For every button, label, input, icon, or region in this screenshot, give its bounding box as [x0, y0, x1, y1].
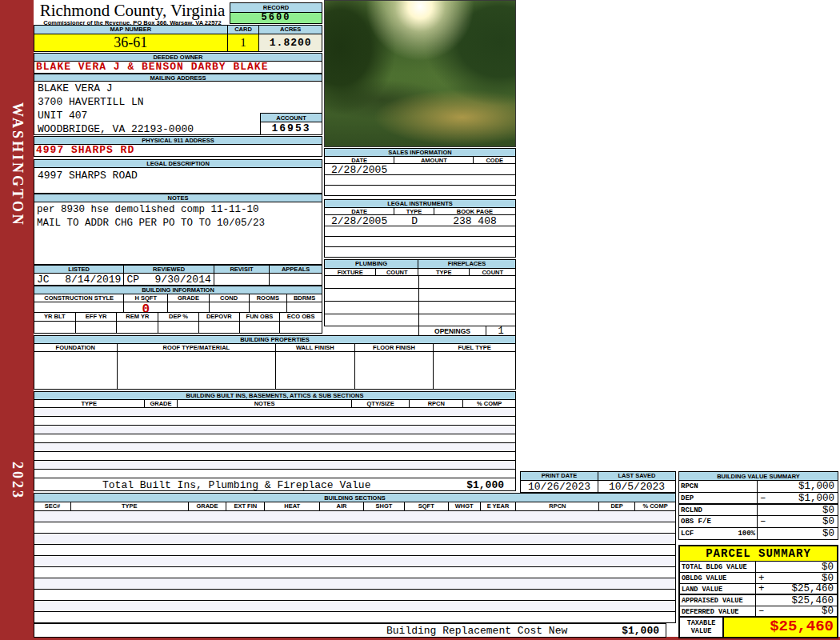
last-saved-value: 10/5/2023 — [598, 481, 675, 492]
grade-value — [168, 302, 210, 312]
map-number-value: 36-61 — [34, 34, 228, 51]
legal-instrument-row — [325, 226, 515, 237]
bs-grade-header: GRADE — [189, 502, 227, 510]
bi-qty-header: QTY/SIZE — [352, 400, 410, 407]
map-card-acres-table: MAP NUMBER CARD ACRES 36-61 1 1.8200 — [34, 25, 322, 52]
fueltype-value — [434, 352, 515, 389]
grade-header: GRADE — [168, 294, 210, 302]
legal-instrument-row — [325, 247, 515, 257]
li-bookpage-header: BOOK PAGE — [434, 208, 515, 214]
replacement-cost-label: Building Replacement Cost New — [386, 625, 567, 638]
bs-eyear-header: E YEAR — [481, 502, 517, 510]
built-ins-total-value: $1,000 — [466, 479, 504, 492]
bs-sqft-header: SQFT — [405, 502, 449, 510]
building-sections-title: BUILDING SECTIONS — [34, 494, 675, 502]
building-sections-row — [34, 612, 675, 622]
sales-row — [325, 175, 515, 186]
sales-information-title: SALES INFORMATION — [325, 149, 515, 157]
sales-information-table: SALES INFORMATION DATE AMOUNT CODE 2/28/… — [324, 148, 516, 196]
built-ins-row — [34, 443, 515, 452]
legal-instrument-row — [325, 237, 515, 247]
building-information-title: BUILDING INFORMATION — [34, 286, 322, 294]
building-properties-title: BUILDING PROPERTIES — [34, 336, 515, 344]
print-date-value: 10/26/2023 — [521, 481, 598, 492]
parcel-summary: PARCEL SUMMARY TOTAL BLDG VALUE $0 OBLDG… — [678, 545, 838, 638]
physical-911-value: 4997 SHARPS RD — [34, 145, 322, 156]
hsqft-header: H SQFT — [124, 294, 168, 302]
reviewed-header: REVIEWED — [124, 266, 214, 273]
building-sections-row — [34, 511, 675, 522]
built-ins-row — [34, 461, 515, 470]
bi-type-header: TYPE — [34, 400, 145, 407]
land-value: +$25,460 — [755, 584, 836, 594]
appraised-label: APPRAISED VALUE — [680, 595, 756, 606]
construction-style-header: CONSTRUCTION STYLE — [34, 294, 124, 302]
notes-line-1: per 8930 hse demolished comp 11-11-10 — [37, 203, 322, 217]
bs-type-header: TYPE — [71, 502, 189, 510]
funobs-header: FUN OBS — [240, 313, 281, 321]
bvs-title: BUILDING VALUE SUMMARY — [679, 472, 838, 481]
bi-notes-header: NOTES — [178, 400, 351, 407]
hsqft-value: 0 — [124, 302, 168, 312]
district-label: WASHINGTON — [9, 102, 26, 227]
built-ins-row — [34, 434, 515, 443]
county-header: Richmond County, Virginia Commissioner o… — [35, 2, 230, 26]
left-red-sidebar: WASHINGTON 2023 — [0, 0, 34, 640]
built-ins-title: BUILDING BUILT INS, BASEMENTS, ATTICS & … — [34, 392, 515, 400]
depovr-header: DEPOVR — [199, 313, 240, 321]
bs-shgt-header: SHGT — [364, 502, 405, 510]
revisit-value — [214, 274, 270, 285]
print-date-header: PRINT DATE — [521, 472, 598, 480]
land-label: LAND VALUE — [680, 584, 756, 594]
foundation-header: FOUNDATION — [34, 344, 118, 351]
sales-row — [325, 186, 515, 195]
listed-header: LISTED — [34, 266, 124, 273]
fireplace-type-header: TYPE — [418, 269, 470, 275]
acres-label: ACRES — [259, 26, 322, 34]
li-bookpage-value: 238 408 — [434, 215, 515, 226]
plumbing-title: PLUMBING — [325, 260, 418, 268]
bs-extfin-header: EXT FIN — [226, 502, 265, 510]
card-value: 1 — [228, 34, 260, 51]
notes-label: NOTES — [34, 194, 322, 202]
floorfinish-header: FLOOR FINISH — [355, 344, 434, 351]
bs-sec-header: SEC# — [34, 502, 71, 510]
li-type-value: D — [394, 215, 434, 226]
physical-911-box: PHYSICAL 911 ADDRESS 4997 SHARPS RD — [34, 136, 322, 157]
mailing-address-label: MAILING ADDRESS — [34, 74, 322, 82]
deferred-value: –$0 — [755, 606, 836, 616]
appeals-header: APPEALS — [270, 266, 322, 273]
legal-instruments-title: LEGAL INSTRUMENTS — [325, 200, 515, 208]
bvs-rclnd-value: $0 — [757, 505, 837, 515]
cond-header: COND — [210, 294, 250, 302]
listed-by: JC — [37, 274, 50, 285]
appeals-value — [270, 274, 322, 285]
legal-instrument-row: 2/28/2005 D 238 408 — [325, 215, 515, 226]
built-ins-table: BUILDING BUILT INS, BASEMENTS, ATTICS & … — [34, 391, 516, 491]
bvs-dep-label: DEP — [679, 493, 758, 503]
built-ins-total-label: Total Built Ins, Plumbing & Fireplace Va… — [102, 479, 370, 492]
card-label: CARD — [228, 26, 260, 34]
bi-grade-header: GRADE — [145, 400, 178, 407]
roof-header: ROOF TYPE/MATERIAL — [118, 344, 276, 351]
bvs-rpcn-label: RPCN — [679, 481, 758, 492]
wallfinish-header: WALL FINISH — [276, 344, 355, 351]
depovr-value — [199, 322, 240, 333]
effyr-value — [76, 322, 118, 333]
acres-value: 1.8200 — [259, 34, 322, 51]
cond-value — [210, 302, 250, 312]
li-type-header: TYPE — [394, 208, 434, 214]
built-ins-total-row: Total Built Ins, Plumbing & Fireplace Va… — [34, 478, 515, 491]
legal-description-value: 4997 SHARPS ROAD — [34, 168, 322, 182]
listed-value: JC 8/14/2019 — [34, 274, 124, 285]
building-sections-row — [34, 534, 675, 545]
property-photo[interactable] — [324, 0, 516, 147]
sales-date-header: DATE — [325, 157, 394, 163]
bs-rpcn-header: RPCN — [516, 502, 599, 510]
remyr-header: REM YR — [117, 313, 158, 321]
built-ins-row — [34, 470, 515, 478]
building-sections-row — [34, 590, 675, 601]
deppct-header: DEP % — [158, 313, 199, 321]
yrblt-header: YR BLT — [34, 313, 76, 321]
county-title: Richmond County, Virginia — [35, 2, 230, 19]
